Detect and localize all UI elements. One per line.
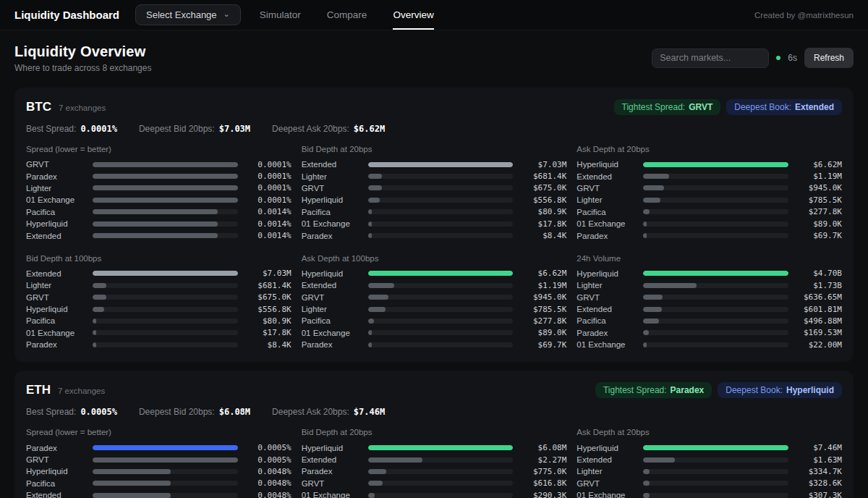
bar-fill [643, 295, 663, 300]
bar-track [93, 209, 238, 214]
exchange-row: GRVT$945.0K [576, 182, 842, 194]
exchange-value: $17.8K [519, 219, 566, 229]
exchange-value: 0.0014% [244, 219, 292, 229]
bar-track [643, 330, 788, 335]
bar-track [93, 457, 238, 463]
exchange-name: GRVT [576, 184, 637, 193]
bar-fill [93, 162, 238, 167]
exchange-row: Hyperliquid$4.70B [576, 268, 842, 279]
chart-24h-volume: 24h VolumeHyperliquid$4.70BLighter$1.73B… [576, 253, 842, 351]
bar-track [93, 233, 238, 238]
exchange-row: 01 Exchange$17.8K [26, 327, 292, 339]
exchange-row: Hyperliquid$556.8K [302, 194, 567, 206]
exchange-row: Extended0.0048% [26, 489, 292, 498]
exchange-row: Paradex0.0005% [26, 442, 292, 453]
exchange-name: GRVT [302, 293, 362, 302]
card-header: BTC7 exchangesTightest Spread:GRVTDeepes… [26, 98, 842, 117]
bar-fill [93, 330, 96, 335]
tightest-spread-badge: Tightest Spread:Paradex [595, 382, 712, 398]
exchange-row: GRVT$636.65M [576, 292, 842, 303]
stat-label: Deepest Ask 20bps: [272, 124, 349, 134]
badge-label: Deepest Book: [726, 385, 783, 395]
bar-track [643, 185, 788, 190]
bar-fill [93, 271, 238, 276]
bar-fill [368, 330, 372, 335]
search-input[interactable] [652, 48, 769, 68]
bar-fill [368, 198, 380, 203]
bar-fill [643, 174, 669, 179]
tightest-spread-badge: Tightest Spread:GRVT [614, 99, 721, 115]
bar-fill [643, 457, 675, 463]
chart-title: Ask Depth at 20bps [576, 427, 842, 437]
bar-fill [93, 221, 218, 227]
tab-compare[interactable]: Compare [327, 0, 367, 30]
exchange-name: Pacifica [26, 316, 87, 325]
select-exchange-button[interactable]: Select Exchange ⌄ [135, 4, 241, 25]
badge-label: Tightest Spread: [603, 385, 667, 395]
market-card-btc: BTC7 exchangesTightest Spread:GRVTDeepes… [14, 88, 854, 362]
bar-fill [368, 185, 382, 190]
bar-track [643, 342, 788, 347]
exchange-value: 0.0001% [244, 195, 292, 205]
exchange-row: Lighter$681.4K [26, 279, 292, 291]
exchange-name: Extended [26, 232, 87, 240]
bar-track [368, 342, 514, 347]
market-cards: BTC7 exchangesTightest Spread:GRVTDeepes… [14, 88, 854, 498]
bar-fill [643, 445, 788, 450]
bar-track [368, 493, 514, 498]
bar-fill [368, 481, 383, 486]
exchange-value: $6.08M [519, 443, 566, 452]
exchange-value: $169.53M [794, 328, 842, 337]
bar-track [643, 493, 788, 498]
tab-overview[interactable]: Overview [393, 0, 433, 30]
exchange-name: Paradex [26, 444, 87, 452]
chart-title: Ask Depth at 100bps [302, 253, 567, 263]
exchange-value: $1.19M [519, 281, 566, 290]
bar-track [643, 271, 788, 276]
exchange-value: $945.0K [519, 292, 566, 302]
exchange-row: Extended$1.19M [302, 279, 567, 291]
exchange-value: $8.4K [244, 340, 292, 350]
bar-fill [93, 185, 238, 190]
exchange-value: $601.81M [794, 305, 842, 314]
refresh-button[interactable]: Refresh [804, 48, 854, 68]
stat-value: $7.03M [219, 124, 250, 134]
exchange-row: Lighter$681.4K [302, 170, 567, 182]
exchange-name: Lighter [302, 305, 362, 313]
bar-track [368, 233, 514, 238]
exchange-value: $7.03M [244, 269, 292, 278]
bar-track [93, 330, 238, 335]
exchange-name: 01 Exchange [26, 195, 87, 204]
exchange-name: 01 Exchange [302, 491, 362, 498]
page-title-block: Liquidity Overview Where to trade across… [14, 43, 151, 73]
bar-track [368, 445, 514, 450]
exchange-name: Paradex [576, 232, 637, 240]
exchange-name: Hyperliquid [576, 160, 637, 169]
exchange-name: Lighter [26, 281, 87, 290]
exchange-name: Hyperliquid [26, 219, 87, 228]
exchange-name: Lighter [576, 195, 637, 204]
exchange-name: Pacifica [576, 316, 637, 325]
exchange-value: $636.65M [794, 292, 842, 302]
exchange-name: Lighter [26, 184, 87, 193]
exchange-name: 01 Exchange [576, 219, 637, 228]
stat-value: $6.62M [354, 124, 385, 134]
bar-fill [368, 318, 374, 324]
chart-ask-depth-at-20bps: Ask Depth at 20bpsHyperliquid$7.46MExten… [576, 427, 842, 498]
badge-group: Tightest Spread:ParadexDeepest Book:Hype… [595, 382, 842, 398]
exchange-name: Pacifica [302, 316, 362, 325]
bar-track [368, 469, 514, 474]
exchange-name: Lighter [576, 281, 637, 290]
bar-track [643, 469, 788, 474]
bar-track [368, 295, 514, 300]
tab-simulator[interactable]: Simulator [260, 0, 301, 30]
badge-value: Extended [795, 102, 834, 112]
stat-deepest-ask-20bps: Deepest Ask 20bps:$7.46M [272, 407, 385, 417]
exchange-value: $277.8K [519, 316, 566, 326]
chart-spread-lower-better: Spread (lower = better)Paradex0.0005%GRV… [26, 427, 292, 498]
exchange-value: 0.0048% [244, 491, 292, 498]
select-exchange-label: Select Exchange [146, 9, 217, 20]
exchange-row: Extended$601.81M [576, 303, 842, 315]
app-title: Liquidity Dashboard [14, 0, 119, 30]
chart-ask-depth-at-100bps: Ask Depth at 100bpsHyperliquid$6.62MExte… [302, 253, 567, 351]
